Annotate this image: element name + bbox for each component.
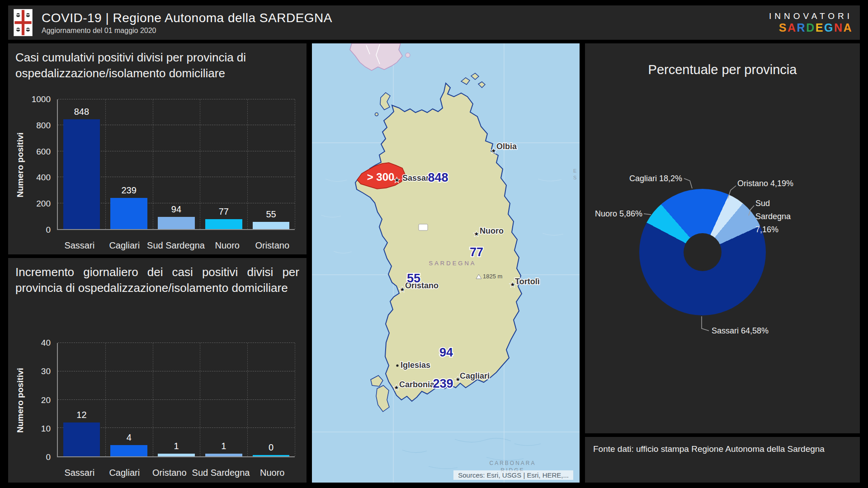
callout-sud-line1: Sud bbox=[755, 197, 791, 210]
bar-value-label: 55 bbox=[247, 209, 295, 220]
map-panel[interactable]: > 300 ★ ★ ★ ★ ★ ★ ★ Sassari Olbia Nuoro … bbox=[312, 43, 580, 483]
cumulative-plot-area: 848239947755 bbox=[57, 99, 295, 230]
sea-label-fragment-2: S bbox=[573, 175, 576, 180]
bar-value-label: 4 bbox=[105, 432, 153, 443]
ridge-label-line1: CARBONARA bbox=[489, 460, 536, 466]
bar-sassari[interactable] bbox=[63, 422, 100, 456]
daily-plot-area: 124110 bbox=[57, 343, 295, 457]
sea-label-fragment-1: E bbox=[573, 168, 576, 174]
elevation-label: 1825 m bbox=[483, 273, 502, 280]
y-tick-label: 40 bbox=[41, 338, 51, 348]
bar-cell: 1 bbox=[200, 343, 247, 456]
map-number-oristano: 55 bbox=[407, 272, 420, 285]
x-category-label: Cagliari bbox=[102, 468, 147, 478]
map-number-nuoro: 77 bbox=[470, 245, 483, 259]
oristano-star-icon: ★ bbox=[400, 286, 405, 293]
callout-oristano: Oristano 4,19% bbox=[737, 178, 793, 189]
iglesias-dot-icon bbox=[396, 364, 398, 366]
brand-letter: R bbox=[797, 21, 807, 34]
panel-daily-increment: Incremento giornaliero dei casi positivi… bbox=[8, 258, 307, 483]
bar-value-label: 239 bbox=[105, 185, 153, 196]
y-axis-ticks: 02004006008001000 bbox=[27, 99, 55, 230]
cumulative-chart-title: Casi cumulativi positivi divisi per prov… bbox=[15, 50, 299, 81]
page-title: COVID-19 | Regione Autonoma della SARDEG… bbox=[42, 11, 332, 25]
brand-letter: S bbox=[779, 21, 788, 34]
bar-oristano[interactable] bbox=[253, 222, 290, 229]
map-attribution: Sources: Esri, USGS | Esri, HERE,... bbox=[453, 470, 573, 480]
y-tick-label: 800 bbox=[36, 121, 51, 131]
bar-value-label: 77 bbox=[200, 206, 247, 217]
tortoli-star-icon: ★ bbox=[510, 281, 515, 288]
x-category-label: Nuoro bbox=[205, 240, 250, 251]
v-gridline bbox=[295, 343, 295, 456]
bar-cell: 55 bbox=[247, 99, 295, 229]
daily-chart-title: Incremento giornaliero dei casi positivi… bbox=[15, 264, 299, 296]
brand-letter: A bbox=[788, 21, 797, 34]
map-number-cagliari: 239 bbox=[433, 377, 453, 390]
y-axis-label: Numero positivi bbox=[14, 343, 27, 457]
outbreak-badge: > 300 bbox=[367, 171, 395, 183]
nuoro-star-icon: ★ bbox=[474, 230, 479, 237]
map-number-sud-sardegna: 94 bbox=[439, 346, 453, 359]
city-label-carbonia: Carbonia bbox=[399, 380, 435, 389]
region-label: SARDEGNA bbox=[429, 260, 476, 267]
panel-cumulative-cases: Casi cumulativi positivi divisi per prov… bbox=[8, 43, 307, 254]
city-label-iglesias: Iglesias bbox=[401, 361, 430, 370]
brand-letter: D bbox=[806, 21, 816, 34]
x-category-label: Sassari bbox=[57, 468, 102, 478]
daily-bar-chart: Numero positivi 010203040 124110 Sassari… bbox=[14, 330, 297, 478]
bar-cell: 239 bbox=[105, 99, 153, 229]
bar-value-label: 848 bbox=[58, 107, 105, 117]
brand-letter: G bbox=[824, 21, 834, 34]
bar-cagliari[interactable] bbox=[110, 445, 147, 456]
cumulative-bar-chart: Numero positivi 02004006008001000 848239… bbox=[14, 87, 297, 251]
city-label-tortoli: Tortolì bbox=[515, 277, 540, 286]
x-category-label: Sud Sardegna bbox=[192, 468, 250, 478]
y-tick-label: 0 bbox=[46, 452, 51, 462]
y-axis-label: Numero positivi bbox=[14, 99, 27, 230]
bar-cell: 848 bbox=[58, 99, 105, 229]
city-label-sassari: Sassari bbox=[402, 174, 431, 183]
bar-cell: 4 bbox=[105, 343, 153, 456]
callout-nuoro: Nuoro 5,86% bbox=[595, 208, 642, 219]
brand-letter: A bbox=[843, 21, 853, 34]
brand-letter: N bbox=[834, 21, 844, 34]
y-tick-label: 400 bbox=[36, 173, 51, 183]
update-date: Aggiornamento del 01 maggio 2020 bbox=[42, 27, 332, 35]
bar-cell: 77 bbox=[200, 99, 247, 229]
road-shield-icon bbox=[419, 224, 428, 230]
bar-nuoro[interactable] bbox=[205, 219, 242, 229]
x-category-label: Sud Sardegna bbox=[147, 240, 205, 251]
brand-sardegna: SARDEGNA bbox=[769, 21, 853, 34]
bar-cagliari[interactable] bbox=[110, 198, 147, 229]
x-axis-labels: SassariCagliariSud SardegnaNuoroOristano bbox=[57, 233, 295, 251]
bar-cell: 1 bbox=[153, 343, 200, 456]
bar-nuoro[interactable] bbox=[253, 455, 290, 456]
brand-innovatori: INNOVATORI bbox=[769, 11, 853, 21]
bar-value-label: 94 bbox=[153, 204, 200, 215]
x-category-label: Nuoro bbox=[250, 468, 295, 478]
innovatori-sardegna-logo: INNOVATORI SARDEGNA bbox=[769, 11, 853, 34]
sassari-star-icon: ★ bbox=[394, 177, 400, 183]
callout-sud-line2: Sardegna bbox=[755, 210, 791, 223]
city-label-olbia: Olbia bbox=[496, 142, 517, 151]
x-category-label: Sassari bbox=[57, 240, 102, 251]
map-number-sassari: 848 bbox=[428, 171, 448, 184]
sardegna-crest-logo bbox=[14, 9, 33, 36]
callout-leader-lines bbox=[585, 43, 860, 433]
bar-sud-sardegna[interactable] bbox=[205, 454, 242, 456]
olbia-star-icon: ★ bbox=[491, 147, 496, 154]
city-label-cagliari: Cagliari bbox=[460, 371, 490, 380]
x-category-label: Oristano bbox=[147, 468, 192, 478]
sardinia-map[interactable]: > 300 ★ ★ ★ ★ ★ ★ ★ Sassari Olbia Nuoro … bbox=[312, 43, 580, 483]
bar-value-label: 0 bbox=[247, 442, 295, 453]
carbonia-star-icon: ★ bbox=[394, 384, 399, 391]
callout-cagliari: Cagliari 18,2% bbox=[629, 173, 682, 184]
bar-sassari[interactable] bbox=[63, 119, 100, 229]
data-source-note: Fonte dati: ufficio stampa Regione Auton… bbox=[585, 437, 860, 461]
bar-value-label: 12 bbox=[58, 410, 105, 420]
brand-letter: E bbox=[816, 21, 824, 34]
bar-sud-sardegna[interactable] bbox=[158, 217, 195, 229]
callout-sud-line3: 7,16% bbox=[755, 223, 791, 236]
bar-oristano[interactable] bbox=[158, 454, 195, 456]
